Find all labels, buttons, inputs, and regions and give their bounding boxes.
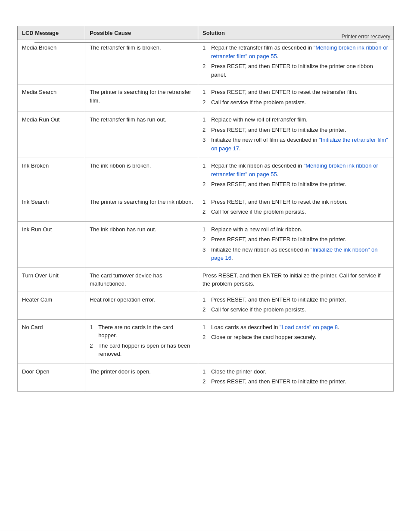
solution-cell: 1Repair the ink ribbon as described in "… <box>198 158 394 194</box>
col-header-lcd: LCD Message <box>18 26 85 40</box>
table-body: Media BrokenThe retransfer film is broke… <box>18 40 394 392</box>
solution-item: 2Press RESET, and then ENTER to initiali… <box>202 235 389 244</box>
lcd-message-cell: Ink Broken <box>18 158 85 194</box>
solution-link[interactable]: "Initialize the ink ribbon" on page 16 <box>211 246 377 261</box>
lcd-message-cell: Turn Over Unit <box>18 268 85 292</box>
solution-item: 1Close the printer door. <box>202 367 389 376</box>
possible-cause-cell: 1There are no cards in the card hopper.2… <box>85 319 198 364</box>
table-row: Media BrokenThe retransfer film is broke… <box>18 40 394 84</box>
table-row: Heater CamHeat roller operation error.1P… <box>18 292 394 319</box>
possible-cause-cell: The card turnover device has malfunction… <box>85 268 198 292</box>
solution-item: 2Press RESET, and then ENTER to initiali… <box>202 377 389 386</box>
solution-cell: 1Press RESET, and then ENTER to initiali… <box>198 292 394 319</box>
header-text: Printer error recovery <box>342 34 390 40</box>
lcd-message-cell: Door Open <box>18 364 85 391</box>
solution-item: 1Load cards as described in "Load cards"… <box>202 323 389 332</box>
solution-cell: 1Press RESET, and then ENTER to reset th… <box>198 194 394 221</box>
solution-link[interactable]: "Mending broken ink ribbon or retransfer… <box>211 162 378 177</box>
lcd-message-cell: No Card <box>18 319 85 364</box>
cause-item: 2The card hopper is open or has been rem… <box>90 342 193 358</box>
page-container: Printer error recovery LCD Message Possi… <box>0 26 411 532</box>
table-row: Media SearchThe printer is searching for… <box>18 84 394 112</box>
table-row: No Card1There are no cards in the card h… <box>18 319 394 364</box>
solution-item: 1Replace with a new roll of ink ribbon. <box>202 225 389 234</box>
possible-cause-cell: The ink ribbon has run out. <box>85 221 198 268</box>
lcd-message-cell: Media Run Out <box>18 112 85 158</box>
error-table: LCD Message Possible Cause Solution Medi… <box>17 26 394 392</box>
possible-cause-cell: The ink ribbon is broken. <box>85 158 198 194</box>
solution-item: 3Initialize the new ribbon as described … <box>202 246 389 262</box>
solution-item: 2Close or replace the card hopper secure… <box>202 333 389 342</box>
table-row: Ink BrokenThe ink ribbon is broken.1Repa… <box>18 158 394 194</box>
solution-item: 2Call for service if the problem persist… <box>202 98 389 107</box>
possible-cause-cell: The printer door is open. <box>85 364 198 391</box>
col-header-cause: Possible Cause <box>85 26 198 40</box>
solution-cell: 1Load cards as described in "Load cards"… <box>198 319 394 364</box>
solution-item: 1Press RESET, and then ENTER to reset th… <box>202 88 389 96</box>
lcd-message-cell: Heater Cam <box>18 292 85 319</box>
table-row: Ink Run OutThe ink ribbon has run out.1R… <box>18 221 394 268</box>
page-header: Printer error recovery <box>342 34 390 40</box>
cause-item: 1There are no cards in the card hopper. <box>90 323 193 340</box>
solution-item: 1Repair the retransfer film as described… <box>202 44 389 60</box>
possible-cause-cell: Heat roller operation error. <box>85 292 198 319</box>
solution-cell: 1Press RESET, and then ENTER to reset th… <box>198 84 394 112</box>
lcd-message-cell: Media Broken <box>18 40 85 84</box>
lcd-message-cell: Ink Search <box>18 194 85 221</box>
solution-item: 2Press RESET, and then ENTER to initiali… <box>202 62 389 79</box>
solution-item: 2Press RESET, and then ENTER to initiali… <box>202 180 389 189</box>
solution-link[interactable]: "Mending broken ink ribbon or retransfer… <box>211 44 388 59</box>
possible-cause-cell: The printer is searching for the ink rib… <box>85 194 198 221</box>
solution-item: 3Initialize the new roll of film as desc… <box>202 136 389 152</box>
solution-item: 2Call for service if the problem persist… <box>202 208 389 216</box>
table-header-row: LCD Message Possible Cause Solution <box>18 26 394 40</box>
solution-item: 1Press RESET, and then ENTER to initiali… <box>202 296 389 304</box>
solution-item: 1Replace with new roll of retransfer fil… <box>202 115 389 124</box>
possible-cause-cell: The retransfer film has run out. <box>85 112 198 158</box>
solution-cell: 1Replace with new roll of retransfer fil… <box>198 112 394 158</box>
solution-cell: 1Replace with a new roll of ink ribbon.2… <box>198 221 394 268</box>
content-area: LCD Message Possible Cause Solution Medi… <box>17 26 394 392</box>
solution-cell: 1Close the printer door.2Press RESET, an… <box>198 364 394 391</box>
solution-cell: 1Repair the retransfer film as described… <box>198 40 394 84</box>
table-row: Media Run OutThe retransfer film has run… <box>18 112 394 158</box>
solution-cell: Press RESET, and then ENTER to initializ… <box>198 268 394 292</box>
solution-item: 2Press RESET, and then ENTER to initiali… <box>202 126 389 134</box>
possible-cause-cell: The retransfer film is broken. <box>85 40 198 84</box>
solution-link[interactable]: "Initialize the retransfer film" on page… <box>211 137 388 152</box>
solution-item: 2Call for service if the problem persist… <box>202 305 389 314</box>
lcd-message-cell: Media Search <box>18 84 85 112</box>
solution-item: 1Repair the ink ribbon as described in "… <box>202 162 389 178</box>
header-rule <box>34 42 377 43</box>
lcd-message-cell: Ink Run Out <box>18 221 85 268</box>
table-row: Ink SearchThe printer is searching for t… <box>18 194 394 221</box>
table-row: Door OpenThe printer door is open.1Close… <box>18 364 394 391</box>
solution-item: 1Press RESET, and then ENTER to reset th… <box>202 198 389 206</box>
possible-cause-cell: The printer is searching for the retrans… <box>85 84 198 112</box>
table-row: Turn Over UnitThe card turnover device h… <box>18 268 394 292</box>
solution-link[interactable]: "Load cards" on page 8 <box>280 324 338 330</box>
